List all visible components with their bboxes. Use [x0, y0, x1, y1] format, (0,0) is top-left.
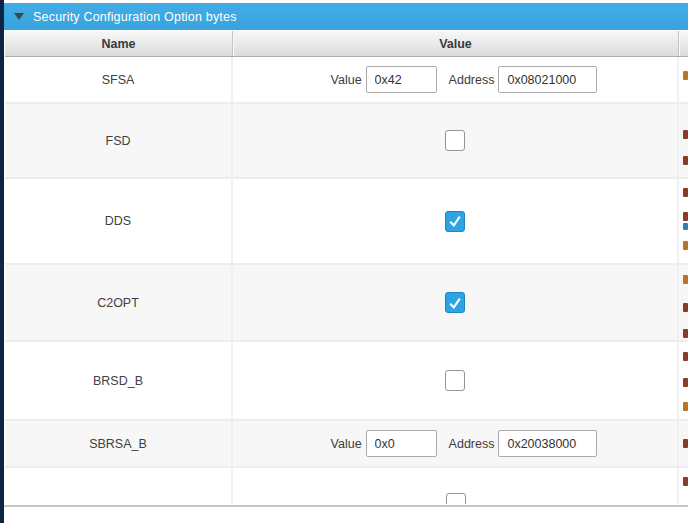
clipped-text-fragment — [683, 378, 688, 387]
option-name-label: C2OPT — [5, 265, 233, 340]
table-row: C2OPT — [5, 265, 688, 342]
option-value-cell — [233, 265, 679, 340]
option-value-cell — [233, 342, 679, 419]
clipped-text-fragment — [683, 71, 688, 80]
table-row: DDS — [5, 179, 688, 265]
clipped-text-fragment — [683, 329, 688, 338]
sbrsa-b-value-input[interactable] — [366, 430, 437, 457]
fsd-checkbox[interactable] — [445, 130, 465, 151]
clipped-text-fragment — [683, 275, 688, 284]
address-label: Address — [449, 73, 495, 87]
clipped-text-fragment — [683, 303, 688, 312]
clipped-text-fragment — [683, 477, 688, 486]
window-edge — [0, 0, 4, 523]
table-header-row: Name Value — [5, 31, 688, 57]
option-value-cell: Value Address — [233, 57, 679, 102]
option-name-label: SBRSA_B — [5, 421, 233, 466]
truncated-description-cell — [679, 421, 688, 466]
option-name-label: FSD — [5, 104, 233, 177]
sfsa-address-input[interactable] — [498, 66, 597, 93]
value-label: Value — [331, 73, 362, 87]
clipped-text-fragment — [683, 188, 688, 197]
brsd-b-checkbox[interactable] — [445, 370, 465, 391]
option-name-label: SFSA — [5, 57, 233, 102]
truncated-description-cell — [679, 104, 688, 177]
table-row — [5, 468, 688, 504]
table-row: FSD — [5, 104, 688, 179]
option-name-label — [5, 468, 233, 504]
value-label: Value — [331, 437, 362, 451]
option-value-cell — [233, 468, 679, 504]
c2opt-checkbox[interactable] — [445, 292, 465, 313]
sfsa-value-input[interactable] — [366, 66, 437, 93]
truncated-description-cell — [679, 468, 688, 504]
section-header-security-configuration[interactable]: Security Configuration Option bytes — [4, 3, 688, 30]
dds-checkbox[interactable] — [445, 211, 465, 232]
clipped-text-fragment — [683, 156, 688, 165]
partial-row-checkbox[interactable] — [446, 493, 466, 504]
clipped-text-fragment — [683, 223, 688, 230]
table-row: BRSD_B — [5, 342, 688, 421]
sbrsa-b-address-input[interactable] — [498, 430, 597, 457]
column-header-name: Name — [5, 31, 233, 56]
clipped-text-fragment — [683, 352, 688, 361]
option-name-label: BRSD_B — [5, 342, 233, 419]
option-bytes-table: Name Value SFSA Value Address FSD — [5, 31, 688, 504]
option-value-cell — [233, 179, 679, 263]
truncated-description-cell — [679, 57, 688, 102]
clipped-text-fragment — [683, 130, 688, 139]
option-value-cell: Value Address — [233, 421, 679, 466]
truncated-description-cell — [679, 179, 688, 263]
clipped-text-fragment — [683, 402, 688, 411]
table-row: SFSA Value Address — [5, 57, 688, 104]
option-name-label: DDS — [5, 179, 233, 263]
section-title: Security Configuration Option bytes — [33, 10, 237, 24]
column-header-value: Value — [233, 31, 679, 56]
truncated-description-cell — [679, 265, 688, 340]
option-value-cell — [233, 104, 679, 177]
column-header-truncated — [679, 31, 688, 56]
clipped-text-fragment — [683, 439, 688, 448]
collapse-triangle-icon — [14, 13, 24, 20]
table-row: SBRSA_B Value Address — [5, 421, 688, 468]
clipped-text-fragment — [683, 241, 688, 250]
address-label: Address — [449, 437, 495, 451]
security-configuration-panel: Security Configuration Option bytes Name… — [0, 0, 688, 523]
truncated-description-cell — [679, 342, 688, 419]
clipped-text-fragment — [683, 212, 688, 221]
empty-area — [4, 507, 688, 523]
